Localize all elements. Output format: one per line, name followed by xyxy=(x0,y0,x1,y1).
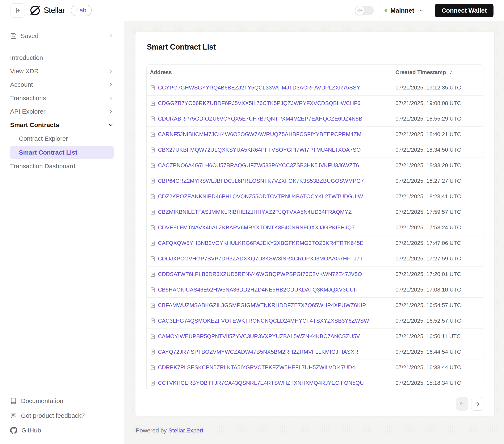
contract-code-icon xyxy=(150,147,156,153)
sidebar-item-transaction-dashboard[interactable]: Transaction Dashboard xyxy=(0,159,124,173)
brand[interactable]: Stellar Lab xyxy=(30,5,92,16)
contract-address-link[interactable]: CDGGZB7YO56RKZUBDF6RJ5VXX5IL76CTK5PJQZJW… xyxy=(158,100,360,107)
bottom-link-label: Documentation xyxy=(21,397,63,405)
sidebar-item-account[interactable]: Account xyxy=(0,78,124,91)
contract-address-link[interactable]: CDZ2KPOZEANKNIED46PHLQVQNZ55ODTCVTRNU4BA… xyxy=(158,193,363,200)
contract-address-link[interactable]: CDVEFLFMTNAVX4IIALZKBARV6MRYXTDNTK3F4CNR… xyxy=(158,224,355,231)
table-row: CDVEFLFMTNAVX4IIALZKBARV6MRYXTDNTK3F4CNR… xyxy=(146,220,483,235)
main-content: Smart Contract List Address Created Time… xyxy=(124,21,504,444)
contract-code-icon xyxy=(150,240,156,246)
chevron-right-icon xyxy=(108,109,114,114)
sidebar-item-saved[interactable]: Saved xyxy=(0,29,124,43)
network-selector[interactable]: Mainnet xyxy=(380,4,429,17)
table-row: CDURABRP75GDIOZU6VCYQX5E7UH7B7QNTPXM4M2E… xyxy=(146,111,483,127)
contract-address-link[interactable]: CDOJXPCOVHGP7SVP7DR3ZADXKQ7D3KSW3ISRXCRO… xyxy=(158,255,363,262)
sidebar-item-view-xdr[interactable]: View XDR xyxy=(0,64,124,78)
created-timestamp-cell: 07/21/2025, 18:33:20 UTC xyxy=(396,162,477,169)
feedback-link[interactable]: Got product feedback? xyxy=(10,408,114,423)
table-row: CAFQXQW5YHBNB2VOYKHULKRG6PAJEKY2XBGFKRMG… xyxy=(146,235,483,251)
sidebar-item-contract-explorer[interactable]: Contract Explorer xyxy=(10,132,114,145)
table-header-row: Address Created Timestamp xyxy=(146,65,483,80)
sort-updown-icon[interactable] xyxy=(448,70,453,75)
created-timestamp-cell: 07/21/2025, 16:33:44 UTC xyxy=(396,364,477,371)
contract-code-icon xyxy=(150,287,156,293)
arrow-right-icon xyxy=(474,401,481,407)
contract-code-icon xyxy=(150,256,156,262)
network-label: Mainnet xyxy=(390,7,414,14)
contract-address-link[interactable]: CDRPK7PLSESKCPN5ZRLKTA5IYGRVCTPKEZW5HEFL… xyxy=(158,364,355,371)
contract-address-link[interactable]: CCYPG7GHWSGYYRQ4B6BEZJ2TY5QCL33VATMJTD3A… xyxy=(158,84,360,91)
chevron-right-icon xyxy=(108,33,114,39)
stellar-lab-app: Stellar Lab Mainnet Connect Wallet xyxy=(0,0,504,444)
previous-page-button[interactable] xyxy=(456,397,468,411)
contract-code-icon xyxy=(150,302,156,308)
contract-address-link[interactable]: CBX27UKBFMQW72ULQXKSYUA5KR64PFTVSOYGPI7W… xyxy=(158,147,361,153)
contract-code-icon xyxy=(150,333,156,339)
sun-icon xyxy=(357,8,363,13)
arrow-left-icon xyxy=(459,401,465,407)
bottom-link-label: Got product feedback? xyxy=(21,412,85,419)
network-status-dot xyxy=(384,9,387,12)
contract-code-icon xyxy=(150,85,156,91)
stellar-expert-link[interactable]: Stellar.Expert xyxy=(168,427,203,434)
sidebar-item-label: Saved xyxy=(20,32,38,39)
created-timestamp-cell: 07/21/2025, 15:18:34 UTC xyxy=(396,380,477,386)
contract-address-link[interactable]: CACZPNQ6A4G7LH6CU57BRAQGUFZW533P6YCC3ZSB… xyxy=(158,162,359,169)
table-row: CDDSATWT6LPLB6DR3XZUD5RENV46WGBQPWPSPGI7… xyxy=(146,266,483,282)
table-row: CB5HAGKIUAS46E52HW5NA36DD2HZD4NE5HB2CDUK… xyxy=(146,282,483,297)
sidebar-item-label: Contract Explorer xyxy=(19,135,68,142)
github-link[interactable]: GitHub xyxy=(10,423,114,438)
collapse-sidebar-icon xyxy=(14,7,21,14)
created-timestamp-cell: 07/21/2025, 19:08:08 UTC xyxy=(396,100,477,107)
contract-address-link[interactable]: CAFQXQW5YHBNB2VOYKHULKRG6PAJEKY2XBGFKRMG… xyxy=(158,240,363,246)
collapse-sidebar-button[interactable] xyxy=(11,3,25,18)
contract-address-link[interactable]: CAYQ72JR7ISPTBOZVMYWCZADW47B5NX5BM2RH2ZR… xyxy=(158,349,358,355)
contract-address-link[interactable]: CBFAMWUZMSABKGZIL3GSMPGIGMWTNKRHDDFZE7X7… xyxy=(158,302,366,309)
contract-code-icon xyxy=(150,163,156,168)
theme-toggle[interactable] xyxy=(355,6,374,15)
contract-code-icon xyxy=(150,131,156,137)
contract-address-link[interactable]: CARNF5JNIBIICMM7JCK4W6O2OGW7AWRUQZ5AHBFC… xyxy=(158,131,361,138)
sidebar-item-smart-contract-list[interactable]: Smart Contract List xyxy=(10,146,114,159)
created-timestamp-cell: 07/21/2025, 18:34:50 UTC xyxy=(396,147,477,153)
sidebar-item-smart-contracts[interactable]: Smart Contracts xyxy=(0,118,124,132)
created-timestamp-cell: 07/21/2025, 18:40:21 UTC xyxy=(396,131,477,138)
contract-address-link[interactable]: CDURABRP75GDIOZU6VCYQX5E7UH7B7QNTPXM4M2E… xyxy=(158,115,362,122)
contract-code-icon xyxy=(150,271,156,277)
contract-address-link[interactable]: CAC3LHG74QSMOKEZFVOTEWKTRONCNQCLD24MHYCF… xyxy=(158,317,369,324)
sidebar-item-introduction[interactable]: Introduction xyxy=(0,51,124,64)
contract-address-link[interactable]: CB5HAGKIUAS46E52HW5NA36DD2HZD4NE5HB2CDUK… xyxy=(158,286,359,293)
created-timestamp-cell: 07/21/2025, 16:52:57 UTC xyxy=(396,317,477,324)
contract-address-link[interactable]: CAMOYIWEUPBR5QPNTVII5ZYVC3UR3VXPYUZBAL5W… xyxy=(158,333,360,340)
contract-address-link[interactable]: CDDSATWT6LPLB6DR3XZUD5RENV46WGBQPWPSPGI7… xyxy=(158,271,362,278)
sidebar-item-label: Smart Contracts xyxy=(10,121,59,129)
created-timestamp-cell: 07/21/2025, 16:54:57 UTC xyxy=(396,302,477,309)
sidebar-item-api-explorer[interactable]: API Explorer xyxy=(0,105,124,118)
created-timestamp-cell: 07/21/2025, 19:12:35 UTC xyxy=(396,84,477,91)
table-row: CARNF5JNIBIICMM7JCK4W6O2OGW7AWRUQZ5AHBFC… xyxy=(146,127,483,142)
speech-bubble-icon xyxy=(10,412,17,419)
sidebar-item-label: API Explorer xyxy=(10,108,45,115)
created-timestamp-cell: 07/21/2025, 18:55:29 UTC xyxy=(396,115,477,122)
table-row: CDOJXPCOVHGP7SVP7DR3ZADXKQ7D3KSW3ISRXCRO… xyxy=(146,251,483,266)
contract-address-link[interactable]: CBP64CRZ2MYRSWLJBFDCJL6PREOSNTK7VZXFOK7K… xyxy=(158,178,364,184)
table-row: CBFAMWUZMSABKGZIL3GSMPGIGMWTNKRHDDFZE7X7… xyxy=(146,297,483,313)
column-header-created-timestamp: Created Timestamp xyxy=(396,69,477,76)
created-timestamp-cell: 07/21/2025, 16:44:54 UTC xyxy=(396,349,477,355)
connect-wallet-button[interactable]: Connect Wallet xyxy=(435,4,493,17)
documentation-link[interactable]: Documentation xyxy=(10,394,114,408)
contract-code-icon xyxy=(150,318,156,324)
contract-address-link[interactable]: CCTVKHCERBYOBTTJR7CA43QSNRL7E4RTSWHZTXNH… xyxy=(158,380,364,386)
sidebar-item-transactions[interactable]: Transactions xyxy=(0,91,124,105)
table-row: CBZMIKBNILETFASJMMKLRIBHIEIZJHHYXZ2PJQTV… xyxy=(146,204,483,220)
bottom-link-label: GitHub xyxy=(21,427,41,434)
chevron-right-icon xyxy=(108,68,114,74)
page-title: Smart Contract List xyxy=(147,43,484,52)
top-header: Stellar Lab Mainnet Connect Wallet xyxy=(0,0,504,21)
contract-address-link[interactable]: CBZMIKBNILETFASJMMKLRIBHIEIZJHHYXZ2PJQTV… xyxy=(158,209,352,215)
next-page-button[interactable] xyxy=(471,397,484,411)
contract-code-icon xyxy=(150,365,156,370)
sidebar-divider xyxy=(10,47,114,47)
created-timestamp-cell: 07/21/2025, 18:27:27 UTC xyxy=(396,178,477,184)
contract-code-icon xyxy=(150,194,156,200)
